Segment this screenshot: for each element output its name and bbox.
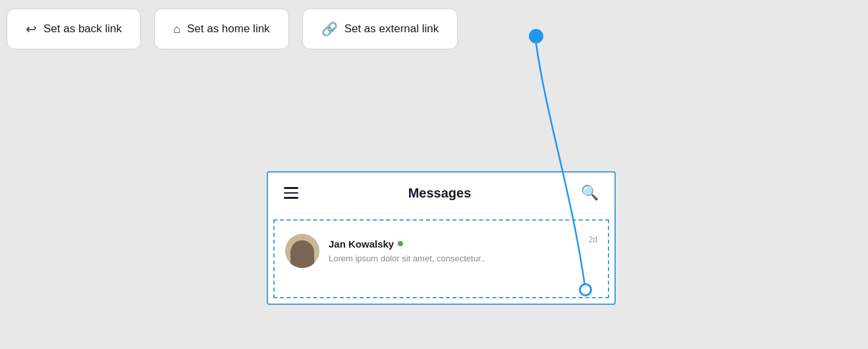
message-timestamp: 2d bbox=[589, 235, 597, 244]
back-link-label: Set as back link bbox=[43, 22, 122, 36]
phone-header: Messages 🔍 bbox=[268, 173, 614, 214]
phone-content-area: Jan Kowalsky Lorem ipsum dolor sit amet,… bbox=[273, 219, 609, 298]
external-link-button[interactable]: 🔗 Set as external link bbox=[302, 9, 458, 49]
message-name-row: Jan Kowalsky bbox=[329, 238, 580, 250]
home-link-button[interactable]: ⌂ Set as home link bbox=[154, 9, 289, 49]
action-buttons-bar: ↩ Set as back link ⌂ Set as home link 🔗 … bbox=[7, 9, 458, 49]
message-preview-text: Lorem ipsum dolor sit amet, consectetur.… bbox=[329, 254, 485, 263]
search-icon[interactable]: 🔍 bbox=[581, 184, 599, 201]
sender-name: Jan Kowalsky bbox=[329, 238, 394, 250]
home-link-label: Set as home link bbox=[187, 22, 270, 36]
phone-screen-title: Messages bbox=[408, 186, 472, 201]
home-icon: ⌂ bbox=[173, 22, 180, 36]
message-list-item[interactable]: Jan Kowalsky Lorem ipsum dolor sit amet,… bbox=[280, 226, 603, 276]
avatar-silhouette bbox=[290, 240, 314, 268]
avatar bbox=[285, 234, 319, 268]
back-arrow-icon: ↩ bbox=[26, 21, 37, 37]
chain-link-icon: 🔗 bbox=[321, 21, 338, 37]
connection-start-dot bbox=[529, 29, 543, 43]
connection-end-dot bbox=[579, 283, 592, 296]
phone-preview-card: Messages 🔍 Jan Kowalsky Lorem ipsum dolo… bbox=[267, 171, 616, 305]
hamburger-menu-icon[interactable] bbox=[284, 187, 298, 199]
back-link-button[interactable]: ↩ Set as back link bbox=[7, 9, 141, 49]
online-indicator bbox=[398, 241, 403, 246]
message-info: Jan Kowalsky Lorem ipsum dolor sit amet,… bbox=[329, 238, 580, 264]
external-link-label: Set as external link bbox=[344, 22, 439, 36]
